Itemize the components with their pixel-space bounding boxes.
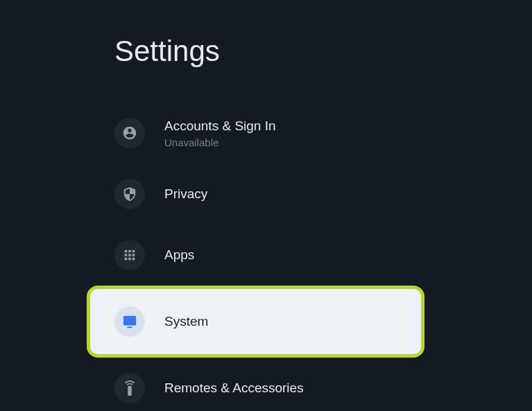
settings-screen: Settings Accounts & Sign In Unavailable … bbox=[0, 0, 532, 411]
settings-item-remotes[interactable]: Remotes & Accessories bbox=[0, 358, 532, 411]
item-label: System bbox=[164, 314, 208, 329]
page-title: Settings bbox=[114, 35, 532, 68]
settings-item-system[interactable]: System bbox=[87, 286, 424, 358]
settings-item-privacy[interactable]: Privacy bbox=[0, 164, 532, 225]
item-label: Apps bbox=[164, 247, 194, 263]
settings-item-accounts[interactable]: Accounts & Sign In Unavailable bbox=[0, 103, 532, 164]
item-subtext: Unavailable bbox=[164, 137, 276, 148]
apps-grid-icon bbox=[114, 240, 145, 270]
item-label: Privacy bbox=[164, 186, 207, 202]
item-text: System bbox=[164, 314, 208, 329]
settings-item-apps[interactable]: Apps bbox=[0, 225, 532, 286]
item-label: Remotes & Accessories bbox=[164, 381, 304, 396]
item-text: Accounts & Sign In Unavailable bbox=[164, 119, 276, 148]
svg-rect-0 bbox=[124, 317, 136, 325]
item-text: Privacy bbox=[164, 186, 207, 202]
settings-list: Accounts & Sign In Unavailable Privacy A… bbox=[0, 103, 532, 411]
remote-icon bbox=[114, 373, 145, 403]
item-text: Remotes & Accessories bbox=[164, 381, 304, 396]
person-icon bbox=[114, 118, 145, 148]
item-text: Apps bbox=[164, 247, 194, 263]
monitor-icon bbox=[114, 306, 145, 337]
shield-icon bbox=[114, 179, 145, 209]
item-label: Accounts & Sign In bbox=[164, 119, 276, 134]
